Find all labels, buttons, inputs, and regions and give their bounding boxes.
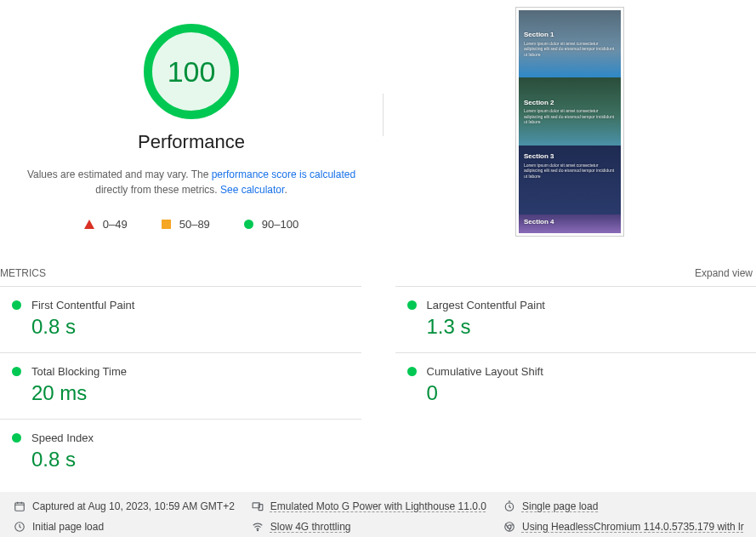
- circle-icon: [244, 220, 253, 229]
- score-legend: 0–49 50–89 90–100: [84, 218, 298, 231]
- metric-lcp[interactable]: Largest Contentful Paint 1.3 s: [395, 286, 757, 352]
- svg-rect-0: [15, 503, 25, 511]
- calc-link[interactable]: performance score is calculated: [212, 169, 355, 180]
- wifi-icon: [252, 521, 264, 533]
- legend-average: 50–89: [162, 218, 210, 231]
- thumb-section-4: Section 4: [519, 214, 621, 233]
- timer-icon: [503, 500, 515, 512]
- devices-icon: [252, 500, 264, 512]
- metric-value: 1.3 s: [407, 315, 750, 339]
- see-calculator-link[interactable]: See calculator: [220, 184, 284, 196]
- metric-value: 0.8 s: [12, 315, 355, 339]
- legend-pass: 90–100: [244, 218, 298, 231]
- svg-point-5: [257, 530, 258, 531]
- metric-label: Cumulative Layout Shift: [427, 365, 543, 378]
- metric-value: 0.8 s: [12, 448, 355, 471]
- thumb-section-1: Section 1 Lorem ipsum dolor sit amet con…: [519, 10, 621, 77]
- clock-icon: [14, 521, 26, 533]
- pass-dot-icon: [12, 433, 21, 443]
- square-icon: [162, 220, 171, 229]
- triangle-icon: [84, 220, 94, 229]
- browser-version: Using HeadlessChromium 114.0.5735.179 wi…: [503, 521, 744, 533]
- metric-label: Speed Index: [31, 431, 94, 444]
- emulated-device: Emulated Moto G Power with Lighthouse 11…: [252, 500, 486, 512]
- captured-at: Captured at Aug 10, 2023, 10:59 AM GMT+2: [14, 500, 235, 512]
- metric-si[interactable]: Speed Index 0.8 s: [0, 419, 361, 485]
- initial-page-load: Initial page load: [14, 521, 235, 533]
- performance-title: Performance: [138, 131, 245, 153]
- metric-fcp[interactable]: First Contentful Paint 0.8 s: [0, 286, 361, 352]
- expand-view-button[interactable]: Expand view: [695, 267, 753, 279]
- pass-dot-icon: [407, 367, 417, 376]
- metric-label: Largest Contentful Paint: [427, 299, 545, 311]
- throttling: Slow 4G throttling: [252, 521, 486, 533]
- calendar-icon: [14, 500, 26, 512]
- thumb-section-3: Section 3 Lorem ipsum dolor sit amet con…: [519, 146, 621, 214]
- run-settings-footer: Captured at Aug 10, 2023, 10:59 AM GMT+2…: [0, 492, 756, 537]
- disclaimer-text: Values are estimated and may vary. The p…: [21, 167, 361, 197]
- thumb-section-2: Section 2 Lorem ipsum dolor sit amet con…: [519, 77, 621, 145]
- performance-score-gauge[interactable]: 100: [144, 24, 239, 119]
- pass-dot-icon: [407, 300, 417, 310]
- pass-dot-icon: [12, 300, 21, 310]
- metric-value: 20 ms: [12, 381, 355, 405]
- legend-fail: 0–49: [84, 218, 128, 231]
- metric-label: Total Blocking Time: [31, 365, 127, 378]
- metric-label: First Contentful Paint: [31, 299, 134, 311]
- metric-tbt[interactable]: Total Blocking Time 20 ms: [0, 352, 361, 419]
- page-screenshot-thumbnail[interactable]: Section 1 Lorem ipsum dolor sit amet con…: [515, 7, 624, 237]
- performance-score-value: 100: [168, 55, 216, 89]
- pass-dot-icon: [12, 367, 21, 376]
- single-page-load: Single page load: [503, 500, 744, 512]
- metric-cls[interactable]: Cumulative Layout Shift 0: [395, 352, 757, 419]
- metric-value: 0: [407, 381, 750, 405]
- chrome-icon: [503, 521, 515, 533]
- metrics-heading: METRICS: [0, 267, 46, 279]
